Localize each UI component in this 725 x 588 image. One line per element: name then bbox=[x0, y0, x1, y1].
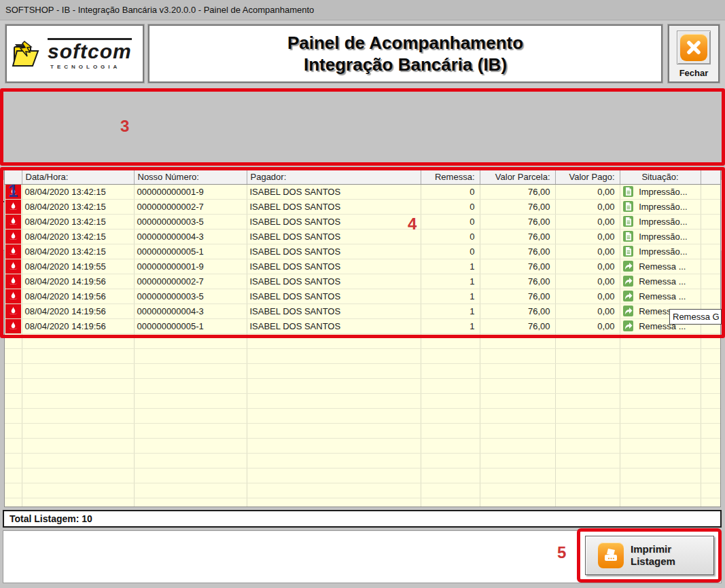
cell-valor-pago bbox=[555, 498, 620, 507]
column-header-valor-pago[interactable]: Valor Pago: bbox=[555, 170, 620, 184]
column-header-situacao[interactable]: Situação: bbox=[620, 170, 701, 184]
bank-cell bbox=[5, 259, 22, 274]
cell-filler bbox=[701, 483, 720, 498]
table-row[interactable] bbox=[5, 498, 720, 507]
cell-nosso-numero: 000000000005-1 bbox=[134, 244, 247, 259]
column-header-pagador[interactable]: Pagador: bbox=[247, 170, 421, 184]
table-row[interactable] bbox=[5, 438, 720, 453]
page-title-line2: Integração Bancária (IB) bbox=[304, 54, 507, 76]
situacao-text: Remessa ... bbox=[639, 276, 686, 287]
table-row[interactable]: 08/04/2020 14:19:55 000000000001-9 ISABE… bbox=[5, 259, 720, 274]
bank-cell bbox=[5, 378, 22, 393]
table-row[interactable]: 08/04/2020 13:42:15 000000000001-9 ISABE… bbox=[5, 184, 720, 199]
cell-datetime bbox=[22, 333, 134, 348]
cell-pagador bbox=[247, 483, 421, 498]
close-icon-frame bbox=[677, 31, 711, 65]
bank-cell bbox=[5, 363, 22, 378]
total-listagem-bar: Total Listagem: 10 bbox=[3, 510, 722, 528]
cell-datetime: 08/04/2020 14:19:56 bbox=[22, 304, 134, 318]
table-row[interactable]: 08/04/2020 13:42:15 000000000005-1 ISABE… bbox=[5, 244, 720, 259]
column-header-datetime[interactable]: Data/Hora: bbox=[22, 170, 134, 184]
cell-filler bbox=[701, 378, 720, 393]
remessa-sent-status-icon bbox=[623, 276, 633, 287]
bank-cell bbox=[5, 289, 22, 304]
cell-datetime: 08/04/2020 14:19:56 bbox=[22, 318, 134, 333]
table-row[interactable] bbox=[5, 333, 720, 348]
cell-pagador: ISABEL DOS SANTOS bbox=[247, 274, 421, 289]
cell-remessa: 0 bbox=[421, 214, 480, 229]
cell-pagador: ISABEL DOS SANTOS bbox=[247, 259, 421, 274]
table-row[interactable] bbox=[5, 483, 720, 498]
cell-filler bbox=[701, 229, 720, 244]
close-button-label: Fechar bbox=[679, 68, 709, 78]
cell-valor-parcela: 76,00 bbox=[480, 304, 555, 318]
table-row[interactable]: 08/04/2020 13:42:15 000000000003-5 ISABE… bbox=[5, 214, 720, 229]
page-title-line1: Painel de Acompanhamento bbox=[287, 32, 523, 54]
cell-nosso-numero: 000000000003-5 bbox=[134, 289, 247, 304]
table-row[interactable] bbox=[5, 468, 720, 483]
cell-valor-pago: 0,00 bbox=[555, 199, 620, 214]
cell-situacao bbox=[620, 378, 701, 393]
logo-brand-text: softcom bbox=[48, 38, 132, 62]
table-row[interactable]: 08/04/2020 14:19:56 000000000005-1 ISABE… bbox=[5, 318, 720, 333]
cell-remessa bbox=[421, 408, 480, 423]
situacao-text: Impressão... bbox=[639, 202, 688, 212]
cell-filler bbox=[701, 408, 720, 423]
cell-situacao: Impressão... bbox=[620, 244, 701, 259]
cell-datetime bbox=[22, 348, 134, 363]
cell-situacao bbox=[620, 468, 701, 483]
filter-zone: 1 Utilize os Filtros abaixo para localiz… bbox=[0, 88, 725, 166]
table-row[interactable] bbox=[5, 423, 720, 438]
cell-situacao bbox=[620, 408, 701, 423]
cell-valor-parcela bbox=[480, 333, 555, 348]
cell-remessa bbox=[421, 393, 480, 408]
table-row[interactable]: 08/04/2020 14:19:56 000000000002-7 ISABE… bbox=[5, 274, 720, 289]
remessa-sent-status-icon bbox=[623, 320, 633, 331]
cell-remessa bbox=[421, 498, 480, 507]
cell-valor-pago bbox=[555, 453, 620, 468]
table-row[interactable]: 08/04/2020 13:42:15 000000000002-7 ISABE… bbox=[5, 199, 720, 214]
cell-situacao: Remessa ... bbox=[620, 274, 701, 289]
table-row[interactable]: 08/04/2020 14:19:56 000000000004-3 ISABE… bbox=[5, 304, 720, 318]
table-row[interactable] bbox=[5, 453, 720, 468]
cell-remessa: 1 bbox=[421, 318, 480, 333]
cell-datetime bbox=[22, 453, 134, 468]
cell-remessa: 1 bbox=[421, 259, 480, 274]
table-row[interactable]: 08/04/2020 13:42:15 000000000004-3 ISABE… bbox=[5, 229, 720, 244]
column-header-valor-parcela[interactable]: Valor Parcela: bbox=[480, 170, 555, 184]
cell-valor-parcela: 76,00 bbox=[480, 184, 555, 199]
situacao-text: Impressão... bbox=[639, 187, 688, 197]
bank-cell bbox=[5, 453, 22, 468]
cell-filler bbox=[701, 214, 720, 229]
cell-remessa: 0 bbox=[421, 244, 480, 259]
cell-datetime: 08/04/2020 13:42:15 bbox=[22, 199, 134, 214]
bank-cell bbox=[5, 498, 22, 507]
table-row[interactable] bbox=[5, 363, 720, 378]
bank-cell bbox=[5, 483, 22, 498]
table-row[interactable] bbox=[5, 408, 720, 423]
table-row[interactable] bbox=[5, 378, 720, 393]
bank-cell bbox=[5, 274, 22, 289]
cell-nosso-numero bbox=[134, 483, 247, 498]
cell-valor-parcela bbox=[480, 423, 555, 438]
close-button[interactable]: Fechar bbox=[668, 24, 720, 83]
cell-filler bbox=[701, 438, 720, 453]
cell-pagador bbox=[247, 453, 421, 468]
cell-pagador: ISABEL DOS SANTOS bbox=[247, 304, 421, 318]
cell-remessa bbox=[421, 348, 480, 363]
cell-pagador: ISABEL DOS SANTOS bbox=[247, 214, 421, 229]
situacao-text: Remessa ... bbox=[639, 261, 686, 272]
printer-icon bbox=[598, 543, 624, 568]
imprimir-listagem-label: Imprimir Listagem bbox=[631, 543, 675, 568]
column-header-nosso-numero[interactable]: Nosso Número: bbox=[134, 170, 247, 184]
cell-valor-pago bbox=[555, 378, 620, 393]
table-row[interactable]: 08/04/2020 14:19:56 000000000003-5 ISABE… bbox=[5, 289, 720, 304]
cell-pagador bbox=[247, 408, 421, 423]
table-row[interactable] bbox=[5, 348, 720, 363]
cell-filler bbox=[701, 468, 720, 483]
column-header-remessa[interactable]: Remessa: bbox=[421, 170, 480, 184]
imprimir-listagem-button[interactable]: Imprimir Listagem bbox=[585, 536, 714, 575]
table-row[interactable] bbox=[5, 393, 720, 408]
cell-nosso-numero bbox=[134, 438, 247, 453]
cell-filler bbox=[701, 289, 720, 304]
